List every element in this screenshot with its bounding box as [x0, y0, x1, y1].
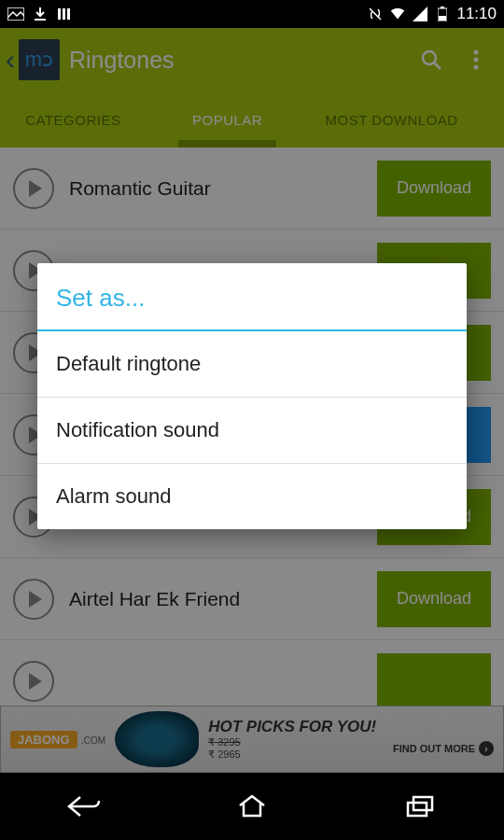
- svg-rect-1: [58, 8, 61, 20]
- svg-rect-2: [63, 8, 65, 20]
- dialog-option-default-ringtone[interactable]: Default ringtone: [37, 331, 467, 398]
- wifi-icon: [389, 6, 406, 22]
- dialog-title: Set as...: [37, 263, 467, 331]
- battery-icon: [434, 6, 451, 22]
- home-button[interactable]: [215, 788, 289, 825]
- signal-icon: [412, 6, 428, 22]
- svg-rect-6: [439, 16, 446, 21]
- back-button[interactable]: [47, 788, 121, 825]
- dialog-option-alarm-sound[interactable]: Alarm sound: [37, 464, 467, 529]
- svg-rect-5: [441, 7, 444, 8]
- gallery-icon: [7, 6, 24, 22]
- status-time: 11:10: [456, 5, 497, 23]
- svg-rect-3: [67, 8, 70, 20]
- bars-icon: [56, 6, 73, 22]
- dialog-option-notification-sound[interactable]: Notification sound: [37, 398, 467, 464]
- set-as-dialog: Set as... Default ringtone Notification …: [37, 263, 467, 529]
- status-bar: 11:10: [0, 0, 504, 28]
- download-icon: [32, 6, 49, 22]
- recent-apps-button[interactable]: [383, 788, 457, 825]
- navigation-bar: [0, 773, 504, 840]
- vibrate-icon: [367, 6, 384, 22]
